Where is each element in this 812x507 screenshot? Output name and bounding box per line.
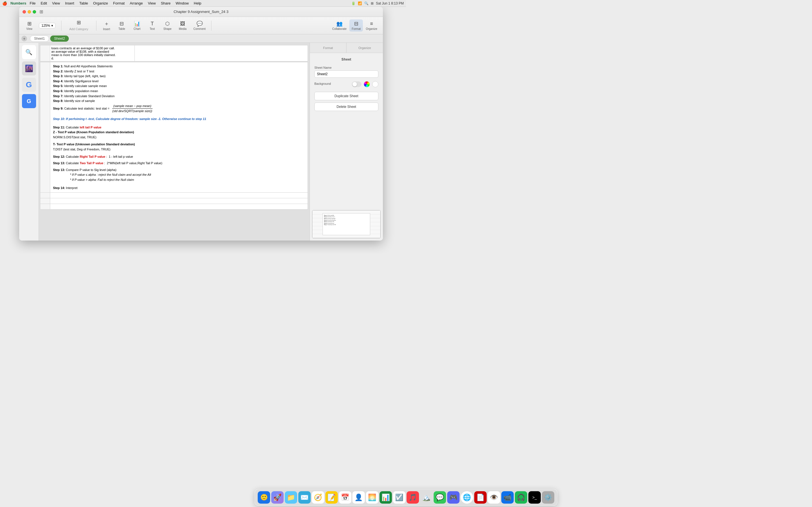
delete-sheet-label: Delete Sheet [337,105,356,109]
add-category-button[interactable]: ⊞ Add Category [65,18,93,33]
tab-organize[interactable]: Organize [347,43,383,53]
minimize-button[interactable] [28,10,31,13]
sidebar-icon-g2: G [27,98,31,105]
step-12: Step 12: Calculate Right Tail P value : … [53,154,305,159]
media-button[interactable]: 🖼 Media [176,20,190,32]
window: ⊞ Chapter 9 Assignment_Sum_24 3 ⊞ View 1… [19,7,383,240]
maximize-button[interactable] [33,10,36,13]
spreadsheet-scroll[interactable]: loses contracts at an average of $100 pe… [39,43,310,240]
toolbar-sep-1 [61,20,61,31]
toggle-knob [352,82,357,87]
table-row-empty-3 [40,204,308,210]
comment-label: Comment [193,27,206,31]
left-text-2: an average value of $108, with a standar… [51,50,109,53]
menubar-share[interactable]: Share [158,1,173,6]
text-label: Text [150,27,155,31]
menubar-format[interactable]: Format [111,1,127,6]
menubar-items: File Edit View Insert Table Organize For… [28,1,351,6]
menubar-file[interactable]: File [28,1,38,6]
step-8: Step 8: Identify size of sample [53,99,305,104]
spreadsheet-area: loses contracts at an average of $100 pe… [39,43,310,240]
menubar-view2[interactable]: View [146,1,158,6]
insert-label: Insert [103,27,110,31]
table-button[interactable]: ⊟ Table [115,19,129,32]
zoom-dropdown[interactable]: 125% ▾ [37,22,58,30]
shape-label: Shape [163,27,172,31]
step-9: Step 9: Calculate test statistic: test s… [53,104,305,114]
menubar-edit[interactable]: Edit [38,1,49,6]
search-icon[interactable]: 🔍 [364,1,368,5]
titlebar-sidebar-toggle[interactable]: ⊞ [40,9,43,14]
left-text-4: d. [51,57,54,60]
control-center-icon[interactable]: ⊞ [371,1,373,5]
step-11: Step 11: Calculate left tail P value [53,125,305,130]
background-color-picker[interactable] [364,81,370,87]
sidebar-search[interactable]: 🔍 [22,45,36,59]
sheet-name-input[interactable] [314,70,378,78]
app-name[interactable]: Numbers [10,1,26,5]
media-icon: 🖼 [180,21,185,27]
background-toggle[interactable] [352,81,361,87]
sheet-tab-2[interactable]: Sheet2 [50,36,69,42]
sheet-section-title: Sheet [314,57,378,61]
step-13b: Step 13: Compare P value to Sig level (a… [53,168,305,173]
add-category-icon: ⊞ [77,19,81,25]
window-title: Chapter 9 Assignment_Sum_24 3 [174,10,229,14]
menubar-window[interactable]: Window [173,1,191,6]
step-13a: Step 13: Calculate Two Tail P value : 2*… [53,161,305,166]
tab-format[interactable]: Format [310,43,347,53]
collaborate-icon: 👥 [336,20,343,27]
text-icon: T [151,21,154,27]
comment-button[interactable]: 💬 Comment [191,19,208,32]
step-7: Step 7: Identify calculate Standard Devi… [53,94,305,99]
main-content: 🔍 🌆 G G [19,43,383,240]
text-button[interactable]: T Text [146,20,159,32]
menubar-insert[interactable]: Insert [63,1,77,6]
left-text: loses contracts at an average of $100 pe… [51,47,115,50]
toolbar: ⊞ View 125% ▾ ⊞ Add Category ＋ Insert ⊟ … [19,17,383,34]
sheet-tab-2-label: Sheet2 [54,37,65,41]
organize-panel-icon: ≡ [370,21,373,27]
toolbar-view-group: ⊞ View 125% ▾ [22,19,58,32]
t-dist-formula: T.DIST (test stat, Deg of Freedom, TRUE) [53,147,305,152]
step-5: Step 5: Identify calculate sample mean [53,83,305,89]
format-panel-label: Format [352,27,361,31]
tab-format-label: Format [323,46,333,50]
organize-panel-label: Organize [366,27,377,31]
background-color-white[interactable] [372,81,378,87]
media-label: Media [179,27,186,31]
insert-button[interactable]: ＋ Insert [100,19,113,32]
t-test-label: T- Test P value (Unknown poulation Stand… [53,142,305,147]
chart-button[interactable]: 📊 Chart [130,19,144,32]
steps-cell[interactable]: Step 1: Null and Alt Hypothesis Statemen… [50,62,308,193]
menubar-help[interactable]: Help [192,1,204,6]
format-panel-button[interactable]: ⊟ Format [349,19,363,32]
menubar-table[interactable]: Table [77,1,90,6]
apple-menu[interactable]: 🍎 [2,1,7,6]
step-4: Step 4: Identify Signfigance level [53,79,305,84]
duplicate-sheet-label: Duplicate Sheet [335,94,358,98]
left-text-cell[interactable]: loses contracts at an average of $100 pe… [50,45,135,61]
comment-icon: 💬 [197,20,203,27]
add-sheet-button[interactable]: + [21,36,27,41]
collaborate-button[interactable]: 👥 Collaborate [330,19,349,32]
menubar-organize[interactable]: Organize [91,1,110,6]
battery-icon: 🔋 [351,1,356,5]
delete-sheet-button[interactable]: Delete Sheet [314,103,378,111]
view-button[interactable]: ⊞ View [22,19,36,32]
menubar-view[interactable]: View [50,1,62,6]
traffic-lights [22,10,36,13]
view-icon: ⊞ [28,20,32,27]
tab-organize-label: Organize [358,46,371,50]
close-button[interactable] [22,10,26,13]
titlebar: ⊞ Chapter 9 Assignment_Sum_24 3 [19,7,383,17]
organize-panel-button[interactable]: ≡ Organize [363,20,379,32]
p-value-note2: * If P value > alpha: Fail to reject the… [53,177,305,182]
menubar-arrange[interactable]: Arrange [128,1,145,6]
sheet-tab-1[interactable]: Sheet1 [30,36,49,42]
z-norm-label: Z - Test P value (Known Population stand… [53,130,305,135]
shape-button[interactable]: ⬡ Shape [161,19,174,32]
table-row-empty-2 [40,198,308,204]
duplicate-sheet-button[interactable]: Duplicate Sheet [314,92,378,100]
step-14: Step 14: Interpret [53,186,305,191]
